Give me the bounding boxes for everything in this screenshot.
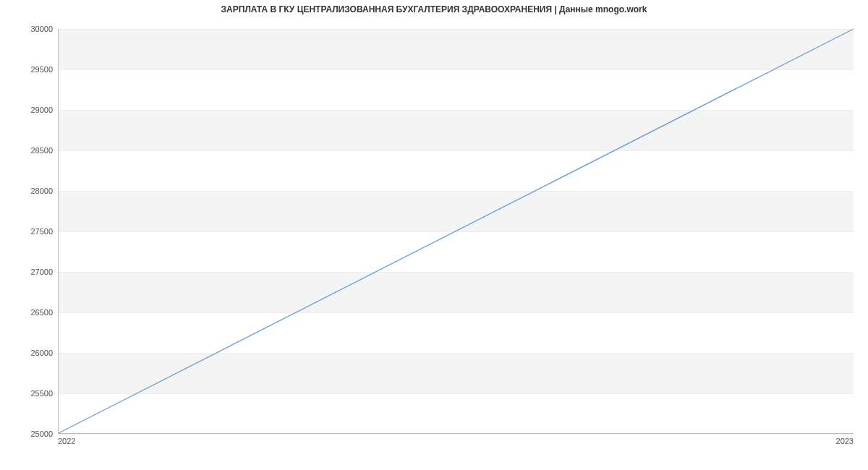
y-tick-label: 27500	[30, 227, 53, 236]
y-tick-label: 29500	[30, 65, 53, 74]
y-tick-label: 26000	[30, 349, 53, 357]
line-layer	[59, 29, 854, 433]
chart-container: ЗАРПЛАТА В ГКУ ЦЕНТРАЛИЗОВАННАЯ БУХГАЛТЕ…	[0, 0, 868, 470]
y-tick-label: 28000	[30, 187, 53, 195]
gridline	[59, 434, 854, 435]
plot-area: 2500025500260002650027000275002800028500…	[58, 29, 854, 434]
y-tick-label: 27000	[30, 268, 53, 276]
x-tick-label: 2023	[836, 437, 854, 445]
chart-title: ЗАРПЛАТА В ГКУ ЦЕНТРАЛИЗОВАННАЯ БУХГАЛТЕ…	[0, 4, 868, 14]
y-tick-label: 29000	[30, 106, 53, 114]
y-tick-label: 26500	[30, 308, 53, 317]
y-tick-label: 25500	[30, 389, 53, 398]
x-tick-label: 2022	[58, 437, 75, 445]
y-tick-label: 25000	[30, 430, 53, 438]
y-tick-label: 30000	[30, 25, 53, 33]
y-tick-label: 28500	[30, 146, 53, 155]
data-line	[59, 29, 854, 433]
